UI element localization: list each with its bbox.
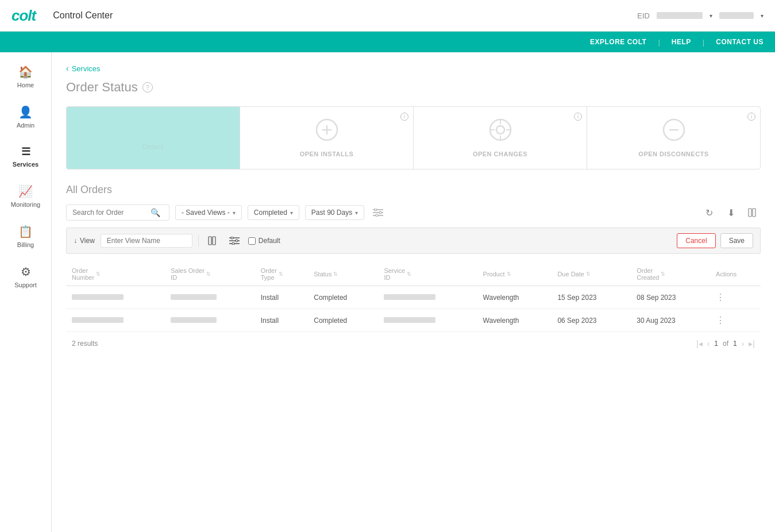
- row1-service-id: [378, 286, 477, 309]
- status-filter-label: Completed: [254, 209, 287, 217]
- search-icon: 🔍: [151, 208, 160, 217]
- sidebar-item-support[interactable]: ⚙ Support: [0, 258, 51, 295]
- sidebar-admin-label: Admin: [17, 122, 34, 129]
- row1-sales-order-id: [165, 286, 255, 309]
- sort-service-id[interactable]: ServiceID ⇅: [384, 267, 411, 281]
- save-button[interactable]: Save: [720, 233, 753, 248]
- saved-views-dropdown[interactable]: - Saved Views - ▾: [175, 205, 242, 220]
- sort-sales-order-id[interactable]: Sales OrderID ⇅: [171, 267, 211, 281]
- eid-label: EID: [637, 11, 650, 20]
- row1-actions[interactable]: ⋮: [710, 286, 761, 309]
- sort-order-type[interactable]: OrderType ⇅: [261, 267, 283, 281]
- date-filter-dropdown[interactable]: Past 90 Days ▾: [305, 205, 364, 220]
- page-navigation: |◂ ‹ 1 of 1 › ▸|: [696, 339, 755, 348]
- status-card-open-installs[interactable]: i OPEN INSTALLS: [240, 107, 414, 169]
- row2-actions-menu-icon[interactable]: ⋮: [716, 315, 725, 325]
- sort-icon-status: ⇅: [333, 271, 338, 277]
- sort-status[interactable]: Status ⇅: [314, 271, 338, 277]
- sort-icon-order-number: ⇅: [96, 271, 101, 277]
- sidebar-item-monitoring[interactable]: 📈 Monitoring: [0, 178, 51, 215]
- breadcrumb-arrow-icon: ‹: [66, 64, 69, 73]
- filter-bar: 🔍 - Saved Views - ▾ Completed ▾ Past 90 …: [66, 205, 761, 221]
- col-header-order-type[interactable]: OrderType ⇅: [255, 263, 309, 286]
- admin-icon: 👤: [18, 105, 33, 119]
- next-page-btn[interactable]: ›: [742, 339, 745, 348]
- sort-order-created[interactable]: OrderCreated ⇅: [637, 267, 665, 281]
- sidebar-item-billing[interactable]: 📋 Billing: [0, 218, 51, 255]
- contact-us-link[interactable]: CONTACT US: [716, 38, 764, 46]
- nav-bar: EXPLORE COLT | HELP | CONTACT US: [0, 32, 775, 52]
- prev-page-btn[interactable]: ‹: [707, 339, 710, 348]
- col-header-order-number[interactable]: OrderNumber ⇅: [66, 263, 165, 286]
- eid-chevron[interactable]: ▾: [710, 13, 712, 19]
- status-filter-chevron: ▾: [290, 210, 293, 216]
- open-installs-info-icon[interactable]: i: [400, 111, 408, 121]
- view-filter-icon[interactable]: [226, 233, 242, 249]
- colt-logo: colt: [11, 7, 36, 25]
- view-button[interactable]: ↓ View: [74, 237, 95, 245]
- svg-point-14: [375, 209, 377, 211]
- page-of-label: of: [723, 340, 728, 348]
- view-bar: ↓ View: [66, 228, 761, 254]
- cancel-button[interactable]: Cancel: [677, 233, 715, 248]
- svg-point-15: [379, 211, 381, 214]
- explore-colt-link[interactable]: EXPLORE COLT: [590, 38, 646, 46]
- view-columns-icon[interactable]: [205, 233, 221, 249]
- view-name-input[interactable]: [101, 234, 192, 248]
- status-filter-dropdown[interactable]: Completed ▾: [248, 205, 299, 220]
- help-link[interactable]: HELP: [672, 38, 691, 46]
- sort-order-number[interactable]: OrderNumber ⇅: [72, 267, 101, 281]
- date-filter-label: Past 90 Days: [311, 209, 352, 217]
- col-header-sales-order-id[interactable]: Sales OrderID ⇅: [165, 263, 255, 286]
- sidebar-item-services[interactable]: ☰ Services: [0, 138, 51, 175]
- date-filter-chevron: ▾: [355, 210, 358, 216]
- sort-product[interactable]: Product ⇅: [483, 271, 511, 277]
- card-all-label: Orders: [142, 143, 164, 151]
- sidebar-item-home[interactable]: 🏠 Home: [0, 58, 51, 95]
- download-icon[interactable]: ⬇: [723, 205, 739, 221]
- sort-due-date[interactable]: Due Date ⇅: [557, 271, 590, 277]
- refresh-icon[interactable]: ↻: [701, 205, 717, 221]
- row1-product: Wavelength: [477, 286, 552, 309]
- sidebar-home-label: Home: [17, 82, 34, 88]
- user-chevron[interactable]: ▾: [761, 13, 764, 19]
- col-header-service-id[interactable]: ServiceID ⇅: [378, 263, 477, 286]
- eid-value: [657, 12, 703, 19]
- search-box[interactable]: 🔍: [66, 205, 169, 221]
- card-all-value: All: [143, 125, 164, 143]
- sort-icon-product: ⇅: [507, 271, 511, 277]
- row1-order-type: Install: [255, 286, 309, 309]
- home-icon: 🏠: [18, 65, 33, 79]
- default-checkbox-container[interactable]: Default: [248, 237, 280, 245]
- col-header-product[interactable]: Product ⇅: [477, 263, 552, 286]
- col-header-status[interactable]: Status ⇅: [308, 263, 378, 286]
- columns-icon[interactable]: [745, 205, 761, 221]
- monitoring-icon: 📈: [18, 184, 33, 198]
- page-title: Order Status ?: [66, 80, 761, 95]
- sidebar-item-admin[interactable]: 👤 Admin: [0, 98, 51, 136]
- breadcrumb[interactable]: ‹ Services: [66, 64, 761, 73]
- first-page-btn[interactable]: |◂: [696, 339, 703, 348]
- col-header-due-date[interactable]: Due Date ⇅: [552, 263, 631, 286]
- open-changes-info-icon[interactable]: i: [574, 111, 582, 121]
- row2-actions[interactable]: ⋮: [710, 309, 761, 332]
- status-card-open-changes[interactable]: i OPEN CHANGES: [414, 107, 587, 169]
- total-pages: 1: [733, 340, 737, 348]
- row2-product: Wavelength: [477, 309, 552, 332]
- row2-order-type: Install: [255, 309, 309, 332]
- last-page-btn[interactable]: ▸|: [749, 339, 755, 348]
- filter-actions: ↻ ⬇: [701, 205, 761, 221]
- open-disconnects-info-icon[interactable]: i: [747, 111, 755, 121]
- row1-actions-menu-icon[interactable]: ⋮: [716, 292, 725, 302]
- page-title-info-icon[interactable]: ?: [142, 82, 153, 92]
- status-card-all[interactable]: All Orders: [67, 107, 240, 169]
- row2-status: Completed: [308, 309, 378, 332]
- filter-settings-icon[interactable]: [370, 205, 386, 221]
- status-card-open-disconnects[interactable]: i OPEN DISCONNECTS: [587, 107, 760, 169]
- svg-point-16: [376, 214, 378, 217]
- col-header-order-created[interactable]: OrderCreated ⇅: [631, 263, 710, 286]
- default-checkbox[interactable]: [248, 237, 256, 245]
- row2-order-created: 30 Aug 2023: [631, 309, 710, 332]
- top-right-controls: EID ▾ ▾: [637, 11, 764, 20]
- search-input[interactable]: [72, 209, 147, 217]
